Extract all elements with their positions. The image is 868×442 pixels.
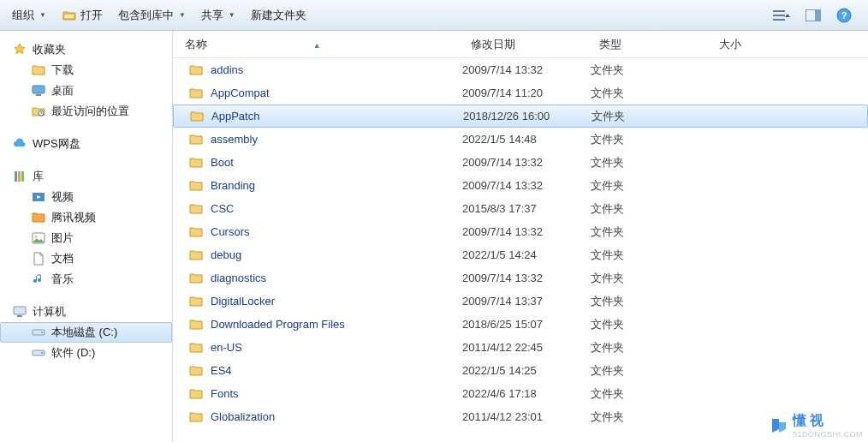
col-name-label: 名称: [185, 38, 207, 51]
file-date: 2022/4/6 17:18: [462, 387, 591, 400]
folder-icon: [188, 363, 204, 379]
nav-item-label: 图片: [51, 230, 74, 246]
file-date: 2009/7/14 13:32: [462, 225, 591, 238]
chevron-down-icon: ▼: [179, 11, 186, 19]
nav-item-tencent[interactable]: 腾讯视频: [0, 207, 172, 228]
file-row[interactable]: DigitalLocker2009/7/14 13:37文件夹: [173, 290, 868, 313]
nav-item-label: 软件 (D:): [51, 345, 95, 361]
file-date: 2018/12/26 16:00: [463, 110, 592, 122]
newfolder-button[interactable]: 新建文件夹: [244, 4, 313, 27]
file-row[interactable]: Globalization2011/4/12 23:01文件夹: [173, 405, 868, 428]
include-label: 包含到库中: [118, 8, 174, 23]
organize-label: 组织: [12, 8, 34, 23]
file-date: 2022/1/5 14:24: [462, 248, 591, 261]
folder-icon: [31, 63, 46, 78]
svg-rect-0: [773, 10, 785, 12]
nav-item-documents[interactable]: 文档: [0, 248, 172, 269]
content-pane: 名称 ▲ 修改日期 类型 大小 addins2009/7/14 13:32文件夹…: [173, 31, 868, 442]
file-row[interactable]: Cursors2009/7/14 13:32文件夹: [173, 220, 868, 243]
view-options-button[interactable]: [770, 5, 794, 26]
folder-icon: [188, 132, 204, 147]
col-size[interactable]: 大小: [710, 32, 796, 57]
nav-item-downloads[interactable]: 下载: [0, 60, 172, 81]
document-icon: [31, 251, 46, 266]
file-row[interactable]: diagnostics2009/7/14 13:32文件夹: [173, 266, 868, 290]
file-type: 文件夹: [591, 317, 710, 332]
file-row[interactable]: Branding2009/7/14 13:32文件夹: [173, 174, 868, 197]
svg-rect-8: [36, 94, 41, 96]
svg-point-21: [41, 352, 43, 354]
file-row[interactable]: CSC2015/8/3 17:37文件夹: [173, 197, 868, 220]
nav-group-computer: 计算机 本地磁盘 (C:) 软件 (D:): [0, 302, 172, 363]
nav-item-pictures[interactable]: 图片: [0, 228, 172, 248]
folder-icon: [188, 201, 204, 217]
svg-rect-10: [15, 171, 17, 182]
include-button[interactable]: 包含到库中 ▼: [111, 4, 193, 27]
file-date: 2009/7/14 13:37: [462, 295, 591, 308]
nav-item-label: 文档: [51, 251, 74, 266]
folder-icon: [188, 340, 204, 355]
organize-button[interactable]: 组织 ▼: [5, 4, 53, 27]
file-row[interactable]: en-US2011/4/12 22:45文件夹: [173, 336, 868, 359]
file-date: 2009/7/14 13:32: [462, 63, 591, 76]
file-row[interactable]: debug2022/1/5 14:24文件夹: [173, 243, 868, 266]
nav-libraries[interactable]: 库: [0, 166, 172, 187]
nav-item-videos[interactable]: 视频: [0, 187, 172, 207]
file-date: 2022/1/5 14:25: [462, 364, 591, 377]
watermark-text: 懂 视: [793, 413, 823, 427]
svg-rect-2: [773, 19, 785, 21]
svg-rect-1: [773, 15, 785, 16]
nav-item-drive-c[interactable]: 本地磁盘 (C:): [0, 322, 172, 343]
nav-pane: 收藏夹 下载 桌面 最近访问的位置 WPS网盘: [0, 31, 173, 442]
folder-icon: [188, 248, 204, 263]
col-date-label: 修改日期: [471, 38, 515, 51]
nav-group-libraries: 库 视频 腾讯视频 图片 文档 音乐: [0, 166, 172, 290]
nav-computer[interactable]: 计算机: [0, 302, 172, 322]
toolbar: 组织 ▼ 打开 包含到库中 ▼ 共享 ▼ 新建文件夹 ?: [0, 0, 868, 31]
folder-icon: [188, 224, 204, 240]
nav-item-desktop[interactable]: 桌面: [0, 81, 172, 101]
share-button[interactable]: 共享 ▼: [194, 4, 242, 27]
preview-pane-button[interactable]: [801, 5, 825, 26]
file-date: 2011/4/12 22:45: [462, 341, 591, 354]
file-name: AppPatch: [211, 110, 259, 122]
file-name: Cursors: [211, 225, 250, 238]
file-type: 文件夹: [592, 109, 711, 124]
file-date: 2022/1/5 14:48: [462, 133, 591, 146]
nav-wps[interactable]: WPS网盘: [0, 134, 172, 154]
help-button[interactable]: ?: [832, 5, 856, 26]
file-name: Globalization: [211, 410, 275, 423]
file-row[interactable]: addins2009/7/14 13:32文件夹: [173, 58, 868, 81]
svg-rect-16: [14, 307, 26, 314]
col-type[interactable]: 类型: [591, 32, 710, 57]
file-date: 2009/7/14 13:32: [462, 156, 591, 169]
open-button[interactable]: 打开: [55, 4, 110, 27]
file-row[interactable]: Fonts2022/4/6 17:18文件夹: [173, 382, 868, 405]
file-type: 文件夹: [591, 132, 710, 147]
open-label: 打开: [80, 8, 103, 23]
file-row[interactable]: assembly2022/1/5 14:48文件夹: [173, 128, 868, 151]
file-type: 文件夹: [591, 294, 710, 309]
nav-item-drive-d[interactable]: 软件 (D:): [0, 343, 172, 363]
drive-icon: [31, 325, 46, 340]
file-row[interactable]: Boot2009/7/14 13:32文件夹: [173, 151, 868, 174]
nav-item-music[interactable]: 音乐: [0, 269, 172, 290]
svg-rect-4: [815, 9, 821, 21]
file-type: 文件夹: [591, 86, 710, 101]
file-row[interactable]: AppPatch2018/12/26 16:00文件夹: [173, 105, 868, 128]
svg-text:?: ?: [841, 10, 847, 21]
file-type: 文件夹: [591, 155, 710, 170]
file-row[interactable]: Downloaded Program Files2018/6/25 15:07文…: [173, 313, 868, 336]
library-icon: [12, 169, 27, 184]
file-row[interactable]: ES42022/1/5 14:25文件夹: [173, 359, 868, 382]
chevron-down-icon: ▼: [229, 11, 235, 19]
folder-icon: [188, 271, 204, 286]
nav-favorites[interactable]: 收藏夹: [0, 39, 172, 60]
file-name: AppCompat: [211, 87, 270, 99]
nav-item-recent[interactable]: 最近访问的位置: [0, 101, 172, 122]
col-type-label: 类型: [599, 38, 621, 51]
file-row[interactable]: AppCompat2009/7/14 11:20文件夹: [173, 81, 868, 105]
col-date[interactable]: 修改日期: [462, 32, 591, 57]
col-name[interactable]: 名称 ▲: [173, 32, 462, 57]
folder-icon: [31, 210, 46, 225]
